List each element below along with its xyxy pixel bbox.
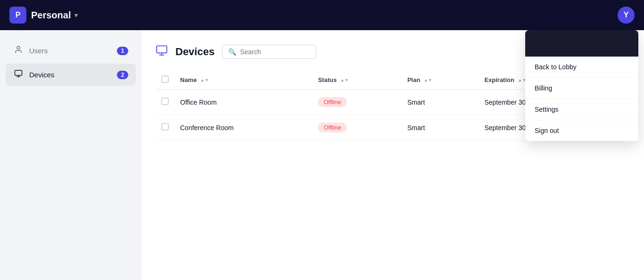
row-checkbox-cell (156, 90, 174, 115)
logo-avatar: P (9, 7, 26, 24)
select-all-header (156, 71, 174, 90)
device-status-0: Offline (312, 90, 402, 115)
users-badge: 1 (117, 47, 128, 55)
sidebar-devices-label: Devices (29, 71, 117, 79)
dropdown-item-back-to-lobby[interactable]: Back to Lobby (525, 57, 638, 77)
status-column-header[interactable]: Status ▲▼ (312, 71, 402, 90)
sidebar: Users 1 Devices 2 (0, 30, 141, 280)
device-name-0: Office Room (174, 90, 312, 115)
user-avatar[interactable]: Y (618, 7, 635, 24)
sidebar-item-devices[interactable]: Devices 2 (6, 64, 136, 86)
page-title: Devices (175, 46, 215, 58)
svg-point-0 (17, 46, 20, 49)
status-badge-0: Offline (318, 97, 347, 107)
device-plan-0: Smart (402, 90, 479, 115)
status-badge-1: Offline (318, 123, 347, 132)
sidebar-item-users[interactable]: Users 1 (6, 40, 136, 62)
chevron-down-icon: ▾ (74, 11, 78, 19)
devices-icon (13, 69, 24, 80)
devices-header-icon (156, 44, 168, 59)
search-box[interactable]: 🔍 (222, 45, 316, 59)
svg-rect-1 (15, 70, 22, 75)
search-input[interactable] (240, 48, 310, 56)
svg-rect-4 (157, 46, 167, 53)
plan-sort-icon[interactable]: ▲▼ (424, 78, 432, 82)
dropdown-item-billing[interactable]: Billing (525, 78, 638, 99)
name-sort-icon[interactable]: ▲▼ (200, 78, 209, 82)
select-all-checkbox[interactable] (161, 75, 169, 83)
app-title: Personal (31, 10, 71, 21)
topnav: P Personal ▾ Y (0, 0, 644, 30)
row-checkbox-1[interactable] (161, 123, 169, 131)
row-checkbox-0[interactable] (161, 98, 169, 105)
dropdown-header-banner (525, 30, 638, 57)
user-icon (13, 45, 24, 56)
search-icon: 🔍 (228, 48, 236, 56)
device-status-1: Offline (312, 115, 402, 140)
plan-column-header[interactable]: Plan ▲▼ (402, 71, 479, 90)
sidebar-users-label: Users (29, 47, 117, 55)
dropdown-item-settings[interactable]: Settings (525, 99, 638, 120)
user-dropdown-menu: Back to LobbyBillingSettingsSign out (525, 30, 638, 141)
row-checkbox-cell (156, 115, 174, 140)
device-name-1: Conference Room (174, 115, 312, 140)
devices-badge: 2 (117, 71, 128, 79)
dropdown-item-sign-out[interactable]: Sign out (525, 120, 638, 141)
device-plan-1: Smart (402, 115, 479, 140)
name-column-header[interactable]: Name ▲▼ (174, 71, 312, 90)
status-sort-icon[interactable]: ▲▼ (340, 78, 349, 82)
